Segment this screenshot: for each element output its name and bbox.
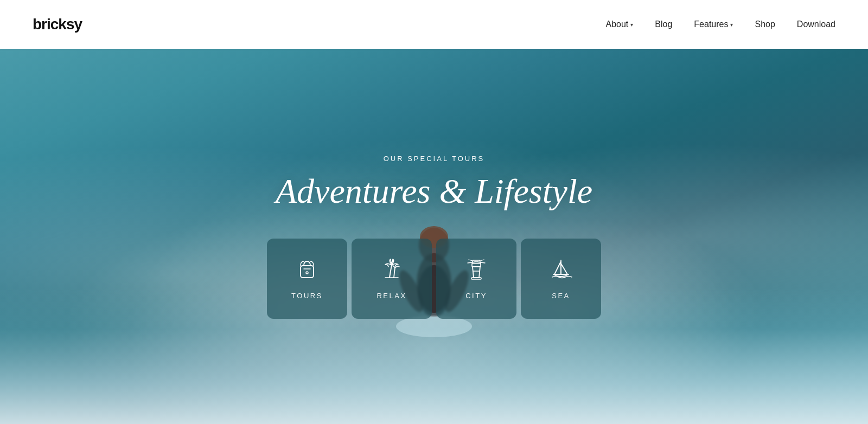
chevron-down-icon: ▾ [630,22,633,28]
lighthouse-icon [464,257,488,284]
hero-content: OUR SPECIAL TOURS Adventures & Lifestyle [267,155,601,319]
header: bricksy About ▾ Blog Features ▾ Shop Dow… [0,0,868,49]
svg-rect-16 [471,278,481,279]
card-tours-label: TOURS [291,292,323,300]
nav-features[interactable]: Features ▾ [694,20,733,29]
backpack-icon [295,257,319,284]
nav-blog[interactable]: Blog [655,20,672,29]
card-city[interactable]: CITY [436,239,516,319]
main-nav: About ▾ Blog Features ▾ Shop Download [605,20,835,29]
nav-about[interactable]: About ▾ [605,20,633,29]
nav-shop[interactable]: Shop [755,20,775,29]
svg-point-9 [306,272,308,274]
logo[interactable]: bricksy [33,16,82,33]
card-tours[interactable]: TOURS [267,239,347,319]
card-relax[interactable]: RELAX [352,239,432,319]
sailboat-icon [549,257,573,284]
nav-download[interactable]: Download [797,20,835,29]
hero-subtitle: OUR SPECIAL TOURS [384,155,485,163]
card-sea-label: SEA [552,292,570,300]
palm-icon [380,257,404,284]
hero-title: Adventures & Lifestyle [276,171,592,211]
card-relax-label: RELAX [376,292,406,300]
category-cards: TOURS [267,239,601,319]
chevron-down-icon: ▾ [730,22,733,28]
hero-section: OUR SPECIAL TOURS Adventures & Lifestyle [0,49,868,424]
card-city-label: CITY [465,292,487,300]
card-sea[interactable]: SEA [521,239,601,319]
svg-point-6 [396,316,472,337]
